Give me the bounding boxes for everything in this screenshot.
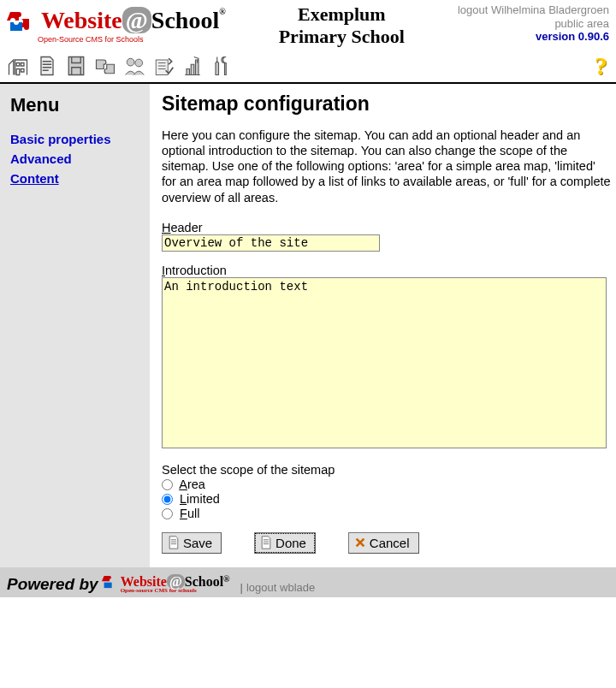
toolbar: ? [0,50,616,84]
sidebar: Menu Basic properties Advanced Content [0,84,150,567]
done-button[interactable]: Done [254,532,316,554]
logo-at: @ [122,7,151,33]
save-icon[interactable] [63,54,89,78]
save-button[interactable]: Save [162,532,222,554]
stats-icon[interactable] [180,54,205,78]
svg-rect-2 [156,60,168,75]
puzzle-icon [7,7,36,39]
svg-point-0 [127,58,134,66]
site-title: Exemplum Primary School [226,3,458,48]
header-input[interactable] [162,234,380,252]
logo-subtitle: Open-Source CMS for Schools [38,35,226,44]
footer-separator: | [240,581,243,594]
main: Menu Basic properties Advanced Content S… [0,84,616,567]
help-icon[interactable]: ? [595,51,611,80]
scope-radio-full[interactable] [162,508,173,519]
logo-word-2: School [151,7,219,33]
sidebar-item-basic[interactable]: Basic properties [10,132,141,146]
accounts-icon[interactable] [121,54,147,78]
scope-option-area[interactable]: Area [162,477,611,491]
logo[interactable]: Website@School® Open-Source CMS for Scho… [7,3,226,44]
scope-radio-area[interactable] [162,479,173,490]
version-text: version 0.90.6 [458,30,609,44]
intro-text: Here you can configure the sitemap. You … [162,128,611,205]
introduction-label: Introduction [162,264,611,277]
done-doc-icon [260,536,272,549]
scope-legend: Select the scope of the sitemap [162,463,611,477]
page-title: Sitemap configuration [162,92,611,116]
modules-icon[interactable] [92,54,118,78]
header: Website@School® Open-Source CMS for Scho… [0,0,616,50]
introduction-textarea[interactable] [162,277,607,448]
page-icon[interactable] [34,54,60,78]
button-bar: Save Done Cancel [162,532,611,554]
footer: Powered by Website@School® Open-source C… [0,567,616,597]
scope-option-limited[interactable]: Limited [162,492,611,506]
cancel-button[interactable]: Cancel [348,532,419,554]
svg-point-1 [135,59,143,67]
save-doc-icon [168,536,180,549]
powered-by-text: Powered by [7,575,98,594]
cancel-x-icon [354,536,366,549]
area-link[interactable]: public area [458,17,609,31]
header-label: Header [162,221,611,234]
footer-logout-link[interactable]: logout wblade [246,581,315,594]
site-title-line2: Primary School [226,26,458,48]
scope-option-full[interactable]: Full [162,507,611,520]
footer-logo[interactable]: Website@School® Open-source CMS for scho… [121,574,230,594]
sidebar-heading: Menu [10,94,141,116]
sidebar-item-advanced[interactable]: Advanced [10,151,141,166]
content: Sitemap configuration Here you can confi… [150,84,616,567]
logout-link[interactable]: logout Wilhelmina Bladergroen [458,3,609,17]
logo-word-1: Website [41,7,122,33]
header-right: logout Wilhelmina Bladergroen public are… [458,3,609,44]
tools-icon[interactable] [209,54,234,78]
home-icon[interactable] [5,54,31,78]
scope-radio-limited[interactable] [162,494,173,505]
config-icon[interactable] [151,54,176,78]
sidebar-item-content[interactable]: Content [10,171,141,186]
footer-puzzle-icon [102,572,121,594]
site-title-line1: Exemplum [226,3,458,26]
